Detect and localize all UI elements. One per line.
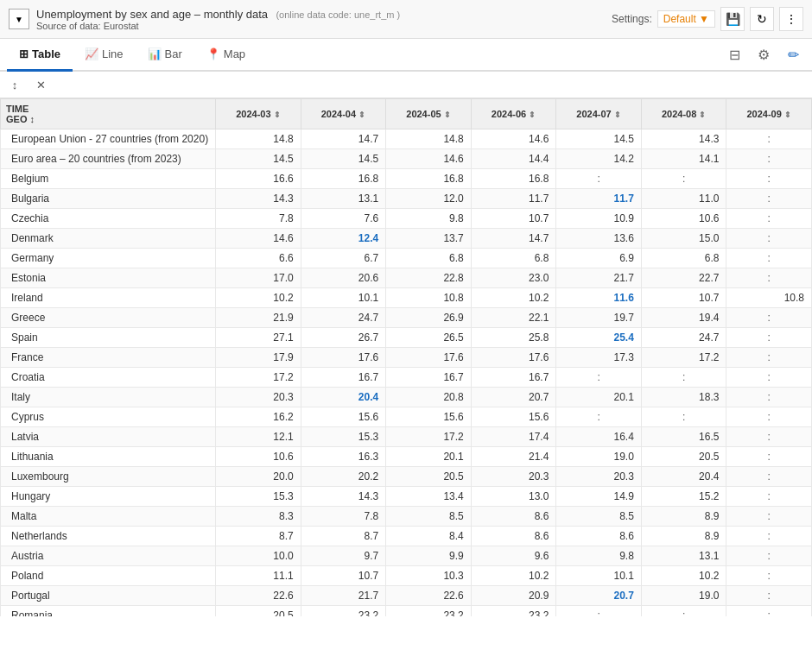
tab-line[interactable]: 📈 Line — [73, 39, 136, 72]
cell-value: 7.8 — [216, 209, 301, 229]
cell-value: 16.4 — [556, 427, 642, 447]
table-row: Bulgaria14.313.112.011.711.711.0: — [1, 189, 812, 209]
edit-icon-button[interactable]: ✏ — [781, 42, 805, 66]
cell-value: 7.8 — [301, 507, 386, 527]
settings-dropdown[interactable]: Default ▼ — [657, 10, 715, 28]
cell-value: 13.0 — [471, 487, 556, 507]
cell-value: 8.3 — [216, 507, 301, 527]
cell-value: : — [726, 209, 812, 229]
header-title: Unemployment by sex and age – monthly da… — [36, 8, 612, 31]
table-row: Estonia17.020.622.823.021.722.7: — [1, 268, 812, 288]
table-container[interactable]: TIMEGEO ↕ 2024-03 ⇕ 2024-04 ⇕ 2024-05 ⇕ … — [0, 98, 812, 616]
cell-value: 10.7 — [641, 288, 726, 308]
cell-value: : — [641, 407, 726, 427]
cell-value: 10.1 — [556, 566, 642, 586]
cell-value: 19.7 — [556, 308, 642, 328]
cell-value: 14.9 — [556, 487, 642, 507]
table-row: Malta8.37.88.58.68.58.9: — [1, 507, 812, 527]
cell-value: 20.7 — [471, 388, 556, 407]
cell-value: 26.5 — [386, 328, 472, 348]
cell-value: 10.2 — [471, 288, 556, 308]
tab-map[interactable]: 📍 Map — [194, 39, 257, 72]
cell-value: 17.0 — [216, 268, 301, 288]
line-tab-icon: 📈 — [85, 47, 98, 60]
cell-value: 8.6 — [556, 527, 642, 546]
cell-value: : — [556, 606, 642, 617]
table-row: Portugal22.621.722.620.920.719.0: — [1, 586, 812, 606]
cell-value: 9.7 — [301, 546, 386, 566]
cell-value: : — [641, 368, 726, 388]
cell-value: 27.1 — [216, 328, 301, 348]
cell-value: : — [726, 129, 812, 149]
cell-value: 14.1 — [641, 149, 726, 169]
col-header-2024-05[interactable]: 2024-05 ⇕ — [386, 99, 472, 129]
source-text: Source of data: Eurostat — [36, 21, 612, 31]
title-main: Unemployment by sex and age – monthly da… — [36, 8, 268, 21]
tab-table[interactable]: ⊞ Table — [7, 39, 73, 72]
col-header-geo[interactable]: TIMEGEO ↕ — [1, 99, 216, 129]
filter-icon-button[interactable]: ⊟ — [722, 42, 746, 66]
cell-value: 14.7 — [471, 229, 556, 249]
cell-value: 25.8 — [471, 328, 556, 348]
save-icon-button[interactable]: 💾 — [720, 7, 745, 31]
cell-value: 19.0 — [641, 586, 726, 606]
cell-value: 8.7 — [301, 527, 386, 546]
col-header-2024-06[interactable]: 2024-06 ⇕ — [471, 99, 556, 129]
cell-value: 11.0 — [641, 189, 726, 209]
cell-value: 26.7 — [301, 328, 386, 348]
table-row: European Union - 27 countries (from 2020… — [1, 129, 812, 149]
cell-value: 18.3 — [641, 388, 726, 407]
col-header-2024-08[interactable]: 2024-08 ⇕ — [641, 99, 726, 129]
more-options-button[interactable]: ⋮ — [779, 7, 803, 31]
cell-value: 12.4 — [301, 229, 386, 249]
tab-bar-chart[interactable]: 📊 Bar — [136, 39, 194, 72]
cell-value: 21.7 — [556, 268, 642, 288]
cell-value: 6.7 — [301, 249, 386, 268]
cell-value: 8.9 — [641, 507, 726, 527]
clear-button[interactable]: ✕ — [31, 75, 50, 94]
cell-value: 9.8 — [386, 209, 472, 229]
cell-value: 15.3 — [301, 427, 386, 447]
cell-value: : — [726, 308, 812, 328]
table-row: Belgium16.616.816.816.8::: — [1, 169, 812, 189]
cell-value: 17.3 — [556, 348, 642, 368]
geo-sort-label: GEO ↕ — [6, 114, 35, 124]
table-row: Italy20.320.420.820.720.118.3: — [1, 388, 812, 407]
refresh-icon-button[interactable]: ↻ — [750, 7, 774, 31]
cell-value: 12.0 — [386, 189, 472, 209]
col-header-2024-04[interactable]: 2024-04 ⇕ — [301, 99, 386, 129]
sort-button[interactable]: ↕ — [5, 75, 24, 94]
cell-value: 24.7 — [301, 308, 386, 328]
map-tab-icon: 📍 — [206, 47, 220, 60]
cell-value: 8.5 — [556, 507, 642, 527]
cell-value: 17.6 — [301, 348, 386, 368]
settings-icon-button[interactable]: ⚙ — [752, 42, 776, 66]
collapse-button[interactable]: ▼ — [9, 9, 29, 29]
cell-value: 16.7 — [301, 368, 386, 388]
table-row: Austria10.09.79.99.69.813.1: — [1, 546, 812, 566]
cell-value: 26.9 — [386, 308, 472, 328]
cell-geo: Austria — [1, 546, 216, 566]
cell-value: 16.6 — [216, 169, 301, 189]
cell-geo: Malta — [1, 507, 216, 527]
col-header-2024-07[interactable]: 2024-07 ⇕ — [556, 99, 642, 129]
cell-value: 22.6 — [216, 586, 301, 606]
cell-value: : — [726, 546, 812, 566]
cell-value: : — [556, 169, 642, 189]
table-row: Spain27.126.726.525.825.424.7: — [1, 328, 812, 348]
cell-value: 19.0 — [556, 447, 642, 467]
cell-value: 14.6 — [471, 129, 556, 149]
cell-value: 8.5 — [386, 507, 472, 527]
table-row: Germany6.66.76.86.86.96.8: — [1, 249, 812, 268]
cell-value: 9.9 — [386, 546, 472, 566]
col-header-2024-09[interactable]: 2024-09 ⇕ — [726, 99, 812, 129]
col-header-2024-03[interactable]: 2024-03 ⇕ — [216, 99, 301, 129]
cell-value: 8.6 — [471, 507, 556, 527]
cell-value: 17.2 — [216, 368, 301, 388]
cell-value: 14.3 — [641, 129, 726, 149]
cell-value: 20.8 — [386, 388, 472, 407]
cell-value: : — [556, 368, 642, 388]
cell-value: : — [726, 606, 812, 617]
cell-value: : — [726, 527, 812, 546]
cell-value: 14.5 — [216, 149, 301, 169]
